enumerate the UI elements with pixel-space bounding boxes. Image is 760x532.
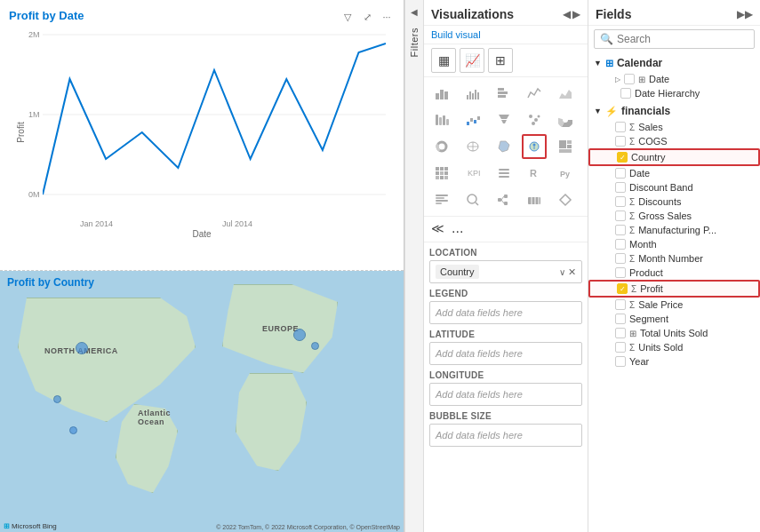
map-dot-europe[interactable] (293, 329, 306, 341)
viz-more-dots[interactable]: ... (452, 220, 463, 236)
viz-btn-diamond[interactable] (553, 187, 578, 212)
financials-date-checkbox[interactable] (615, 168, 626, 179)
viz-btn-filled-map[interactable] (492, 134, 516, 159)
viz-btn-scatter[interactable] (522, 107, 547, 132)
financials-date-label: Date (629, 168, 650, 179)
financials-month-num-item[interactable]: Σ Month Number (588, 251, 760, 266)
financials-sale-price-checkbox[interactable] (615, 299, 626, 310)
financials-segment-item[interactable]: Segment (588, 312, 760, 326)
viz-btn-waterfall[interactable] (460, 107, 485, 132)
viz-btn-funnel[interactable] (492, 107, 516, 132)
viz-btn-stacked-bar[interactable] (429, 81, 454, 106)
fields-search-box[interactable]: 🔍 (594, 29, 755, 49)
financials-cogs-checkbox[interactable] (615, 136, 626, 147)
financials-total-units-checkbox[interactable] (615, 328, 626, 338)
viz-btn-python-visual[interactable]: Py (553, 161, 578, 186)
viz-btn-treemap[interactable] (553, 134, 578, 159)
viz-expand-left-btn[interactable]: ≪ (431, 221, 444, 235)
viz-btn-area-chart[interactable] (553, 81, 578, 106)
more-btn[interactable]: ··· (379, 9, 395, 25)
financials-sale-price-item[interactable]: Σ Sale Price (588, 298, 760, 312)
financials-total-units-item[interactable]: ⊞ Total Units Sold (588, 326, 760, 340)
viz-btn-stacked-bar-h[interactable] (492, 81, 516, 106)
financials-discount-band-item[interactable]: Discount Band (588, 180, 760, 195)
calendar-date-hierarchy-checkbox[interactable] (620, 88, 631, 99)
longitude-box[interactable]: Add data fields here (429, 383, 582, 406)
viz-btn-map[interactable] (460, 134, 485, 159)
location-section: Location Country ∨ ✕ (429, 248, 582, 283)
financials-units-sold-item[interactable]: Σ Units Sold (588, 340, 760, 354)
filter-btn[interactable]: ▽ (340, 9, 356, 25)
location-remove[interactable]: ✕ (568, 266, 576, 278)
viz-type-table[interactable]: ⊞ (488, 48, 513, 73)
viz-top-icons: ▦ 📈 ⊞ (424, 44, 588, 77)
viz-btn-azure-map[interactable] (522, 134, 547, 159)
financials-profit-item[interactable]: ✓ Σ Profit (588, 280, 760, 298)
viz-chevron-right[interactable]: ▶ (572, 8, 580, 20)
viz-btn-matrix[interactable] (429, 161, 454, 186)
search-input[interactable] (617, 33, 750, 45)
financials-units-sold-label: Units Sold (638, 342, 683, 353)
financials-discounts-item[interactable]: Σ Discounts (588, 195, 760, 209)
viz-btn-decomp-tree[interactable] (492, 187, 516, 212)
financials-discount-band-checkbox[interactable] (615, 182, 626, 193)
viz-expand-btns[interactable]: ◀ ▶ (563, 8, 580, 20)
financials-date-item[interactable]: Date (588, 166, 760, 180)
fields-expand-btn[interactable]: ▶▶ (737, 8, 753, 20)
financials-month-checkbox[interactable] (615, 239, 626, 250)
map-copyright: © 2022 TomTom, © 2022 Microsoft Corporat… (216, 524, 400, 530)
location-chevron[interactable]: ∨ (559, 267, 565, 277)
legend-label: Legend (429, 289, 582, 298)
financials-profit-checkbox[interactable]: ✓ (617, 283, 628, 294)
focus-btn[interactable]: ⤢ (359, 9, 375, 25)
financials-product-checkbox[interactable] (615, 267, 626, 278)
viz-btn-bar-chart2[interactable] (522, 187, 547, 212)
financials-sales-item[interactable]: Σ Sales (588, 120, 760, 134)
bubble-size-box[interactable]: Add data fields here (429, 424, 582, 447)
location-box[interactable]: Country ∨ ✕ (429, 260, 582, 283)
financials-cogs-item[interactable]: Σ COGS (588, 134, 760, 148)
financials-discounts-checkbox[interactable] (615, 196, 626, 207)
calendar-group-header[interactable]: ▼ ⊞ Calendar (588, 54, 760, 72)
viz-btn-clustered-bar[interactable] (460, 81, 485, 106)
financials-country-item[interactable]: ✓ Country (588, 148, 760, 166)
svg-text:Py: Py (560, 170, 570, 179)
financials-month-num-checkbox[interactable] (615, 253, 626, 264)
financials-year-item[interactable]: Year (588, 354, 760, 369)
financials-units-sold-checkbox[interactable] (615, 342, 626, 353)
financials-mfg-checkbox[interactable] (615, 225, 626, 235)
map-dot-usa[interactable] (53, 395, 61, 403)
financials-gross-sales-checkbox[interactable] (615, 210, 626, 221)
financials-discounts-label: Discounts (638, 196, 681, 207)
viz-btn-smart-narrative[interactable] (429, 187, 454, 212)
financials-group-header[interactable]: ▼ ⚡ financials (588, 102, 760, 120)
viz-chevron-left[interactable]: ◀ (563, 8, 571, 20)
map-dot-mexico[interactable] (69, 426, 77, 434)
viz-btn-ribbon[interactable] (429, 107, 454, 132)
calendar-date-hierarchy-item[interactable]: Date Hierarchy (588, 86, 760, 100)
financials-mfg-item[interactable]: Σ Manufacturing P... (588, 223, 760, 237)
latitude-box[interactable]: Add data fields here (429, 342, 582, 365)
financials-country-checkbox[interactable]: ✓ (617, 152, 628, 163)
financials-product-item[interactable]: Product (588, 266, 760, 280)
map-dot-canada[interactable] (76, 342, 88, 354)
financials-gross-sales-item[interactable]: Σ Gross Sales (588, 209, 760, 223)
viz-btn-slicer[interactable] (492, 161, 516, 186)
viz-btn-kpi[interactable]: KPI (460, 161, 485, 186)
calendar-date-item[interactable]: ▷ ⊞ Date (588, 72, 760, 86)
calendar-date-checkbox[interactable] (624, 74, 635, 84)
viz-btn-line-chart[interactable] (522, 81, 547, 106)
viz-btn-donut[interactable] (429, 134, 454, 159)
viz-type-line-col[interactable]: 📈 (460, 48, 484, 73)
map-dot-europe2[interactable] (311, 342, 319, 350)
financials-sales-checkbox[interactable] (615, 122, 626, 132)
financials-year-checkbox[interactable] (615, 356, 626, 367)
filters-collapse-btn[interactable]: ◀ (411, 7, 418, 17)
viz-btn-pie[interactable] (553, 107, 578, 132)
financials-month-item[interactable]: Month (588, 237, 760, 251)
viz-type-stacked-bar[interactable]: ▦ (431, 48, 456, 73)
viz-btn-qa[interactable] (460, 187, 485, 212)
legend-box[interactable]: Add data fields here (429, 301, 582, 324)
viz-btn-r-visual[interactable]: R (522, 161, 547, 186)
financials-segment-checkbox[interactable] (615, 314, 626, 324)
